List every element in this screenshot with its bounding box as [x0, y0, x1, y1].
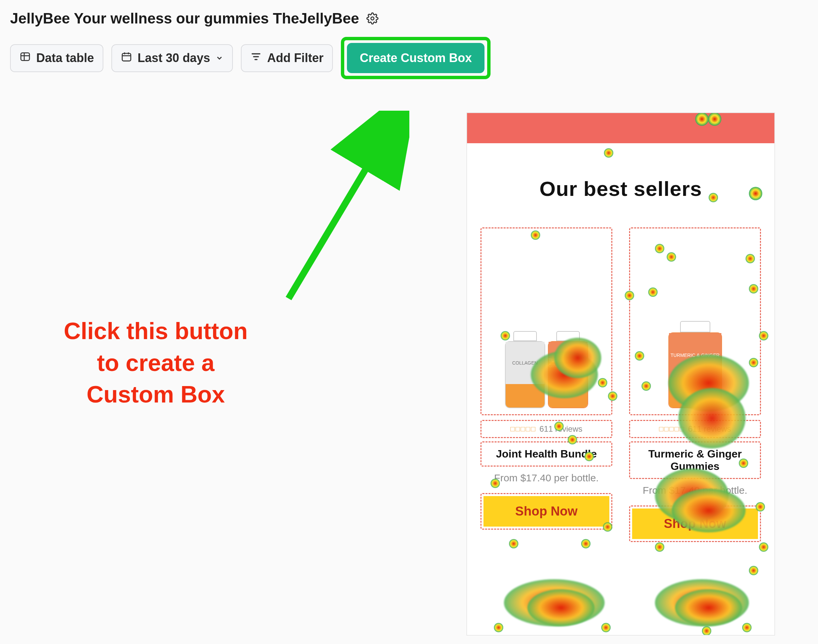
bottle: TURMERIC & GINGER — [668, 321, 722, 408]
page-header: JellyBee Your wellness our gummies TheJe… — [0, 0, 818, 34]
preview-content: Our best sellers COLLAGEN — [467, 143, 774, 635]
annotation-text: Click this button to create a Custom Box — [64, 315, 248, 411]
add-filter-button[interactable]: Add Filter — [241, 44, 333, 72]
annotation-line-1: Click this button — [64, 315, 248, 347]
product-image: TURMERIC & GINGER — [668, 321, 722, 408]
page-title: JellyBee Your wellness our gummies TheJe… — [10, 10, 359, 27]
shop-now-button[interactable]: Shop Now — [632, 509, 758, 539]
chevron-down-icon — [215, 51, 224, 65]
shop-now-box: Shop Now — [629, 506, 761, 542]
bottle: TURMERIC & GINGER — [548, 331, 588, 408]
annotation-line-2: to create a — [64, 347, 248, 379]
bottle: COLLAGEN — [505, 331, 545, 408]
svg-rect-1 — [21, 53, 29, 60]
bottle-label: COLLAGEN — [506, 342, 545, 384]
svg-point-0 — [371, 17, 374, 20]
data-table-button[interactable]: Data table — [10, 44, 103, 72]
filter-icon — [250, 51, 262, 65]
product-card: TURMERIC & GINGER □□□□□ 611 reviews Turm… — [629, 227, 761, 542]
table-icon — [20, 51, 31, 65]
heatmap-preview: Our best sellers COLLAGEN — [467, 112, 775, 636]
product-name[interactable]: Turmeric & Ginger Gummies — [629, 442, 761, 479]
svg-rect-4 — [122, 53, 131, 61]
product-name[interactable]: Joint Health Bundle — [480, 442, 612, 466]
date-range-button[interactable]: Last 30 days — [111, 44, 233, 72]
annotation-line-3: Custom Box — [64, 379, 248, 411]
data-table-label: Data table — [36, 51, 94, 65]
svg-line-12 — [289, 124, 393, 299]
date-range-label: Last 30 days — [138, 51, 210, 65]
create-custom-box-button[interactable]: Create Custom Box — [347, 43, 485, 73]
create-custom-box-label: Create Custom Box — [360, 51, 472, 65]
product-card: COLLAGEN TURMERIC & GINGER — [480, 227, 612, 542]
reviews-row[interactable]: □□□□□ 611 reviews — [629, 420, 761, 438]
highlight-box: Create Custom Box — [341, 37, 491, 79]
add-filter-label: Add Filter — [267, 51, 324, 65]
shop-now-box: Shop Now — [480, 493, 612, 530]
star-rating-icon: □□□□□ — [659, 425, 684, 433]
product-image-box[interactable]: COLLAGEN TURMERIC & GINGER — [480, 227, 612, 415]
product-image-box[interactable]: TURMERIC & GINGER — [629, 227, 761, 415]
reviews-count: 611 reviews — [688, 424, 731, 434]
calendar-icon — [121, 51, 132, 65]
section-title: Our best sellers — [480, 177, 761, 201]
product-price: From $17.40 per bottle. — [480, 471, 612, 485]
bottle-label: TURMERIC & GINGER — [549, 342, 588, 384]
gear-icon[interactable] — [366, 12, 379, 25]
product-image: COLLAGEN TURMERIC & GINGER — [505, 331, 588, 408]
reviews-count: 611 reviews — [540, 424, 582, 434]
star-rating-icon: □□□□□ — [510, 425, 536, 433]
preview-banner — [467, 113, 774, 143]
shop-now-button[interactable]: Shop Now — [483, 496, 609, 527]
annotation-arrow — [275, 111, 409, 312]
product-price: From $17.40 per bottle. — [629, 484, 761, 497]
toolbar: Data table Last 30 days Add Filter — [0, 34, 818, 89]
product-grid: COLLAGEN TURMERIC & GINGER — [480, 227, 761, 542]
reviews-row[interactable]: □□□□□ 611 reviews — [480, 420, 612, 438]
bottle-label: TURMERIC & GINGER — [669, 333, 721, 377]
